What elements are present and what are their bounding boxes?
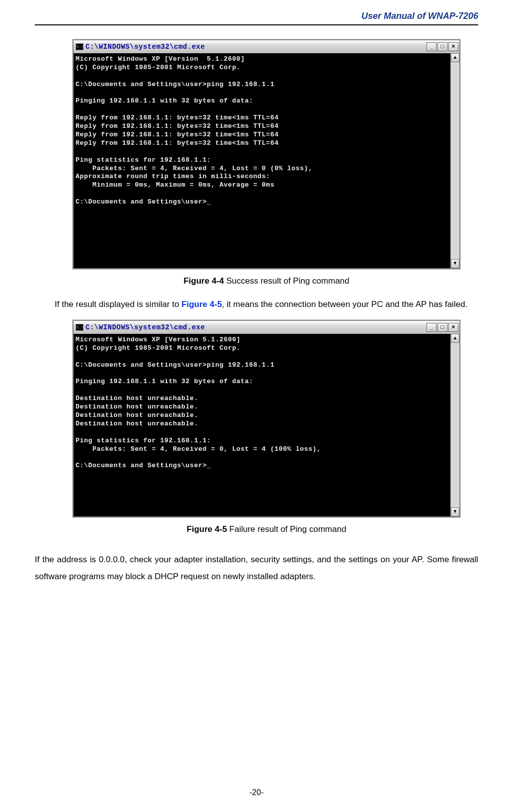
figure-caption-failure: Figure 4-5 Failure result of Ping comman… xyxy=(55,524,478,534)
cmd-icon xyxy=(76,43,84,50)
scrollbar[interactable]: ▲ ▼ xyxy=(450,53,459,268)
page-header: User Manual of WNAP-7206 xyxy=(35,11,478,25)
scrollbar[interactable]: ▲ ▼ xyxy=(450,334,459,516)
para-text: , it means the connection between your P… xyxy=(222,300,467,309)
figure-link[interactable]: Figure 4-5 xyxy=(181,300,222,309)
figure-text: Success result of Ping command xyxy=(224,276,349,286)
cmd-titlebar: C:\WINDOWS\system32\cmd.exe _ □ × xyxy=(74,321,459,334)
figure-text: Failure result of Ping command xyxy=(227,524,346,534)
paragraph-intro-failure: If the result displayed is similar to Fi… xyxy=(55,296,478,313)
cmd-output-success: Microsoft Windows XP [Version 5.1.2600] … xyxy=(74,53,450,268)
cmd-window-failure: C:\WINDOWS\system32\cmd.exe _ □ × Micros… xyxy=(73,320,460,517)
maximize-button[interactable]: □ xyxy=(437,42,447,51)
figure-label: Figure 4-4 xyxy=(183,276,224,286)
cmd-output-failure: Microsoft Windows XP [Version 5.1.2600] … xyxy=(74,334,450,516)
cmd-window-success: C:\WINDOWS\system32\cmd.exe _ □ × Micros… xyxy=(73,39,460,269)
cmd-icon xyxy=(76,324,84,331)
minimize-button[interactable]: _ xyxy=(427,323,436,332)
page-number: -20- xyxy=(0,788,513,797)
cmd-window-title: C:\WINDOWS\system32\cmd.exe xyxy=(86,323,205,331)
scroll-down-icon[interactable]: ▼ xyxy=(451,259,459,268)
figure-caption-success: Figure 4-4 Success result of Ping comman… xyxy=(55,276,478,286)
para-text: If the result displayed is similar to xyxy=(55,300,181,309)
scroll-down-icon[interactable]: ▼ xyxy=(451,508,459,516)
scroll-up-icon[interactable]: ▲ xyxy=(451,53,459,62)
cmd-window-title: C:\WINDOWS\system32\cmd.exe xyxy=(86,43,205,51)
paragraph-address-check: If the address is 0.0.0.0, check your ad… xyxy=(35,551,478,585)
cmd-titlebar: C:\WINDOWS\system32\cmd.exe _ □ × xyxy=(74,40,459,53)
figure-label: Figure 4-5 xyxy=(186,524,227,534)
maximize-button[interactable]: □ xyxy=(437,323,447,332)
close-button[interactable]: × xyxy=(448,42,458,51)
scroll-up-icon[interactable]: ▲ xyxy=(451,334,459,343)
close-button[interactable]: × xyxy=(448,323,458,332)
minimize-button[interactable]: _ xyxy=(427,42,436,51)
